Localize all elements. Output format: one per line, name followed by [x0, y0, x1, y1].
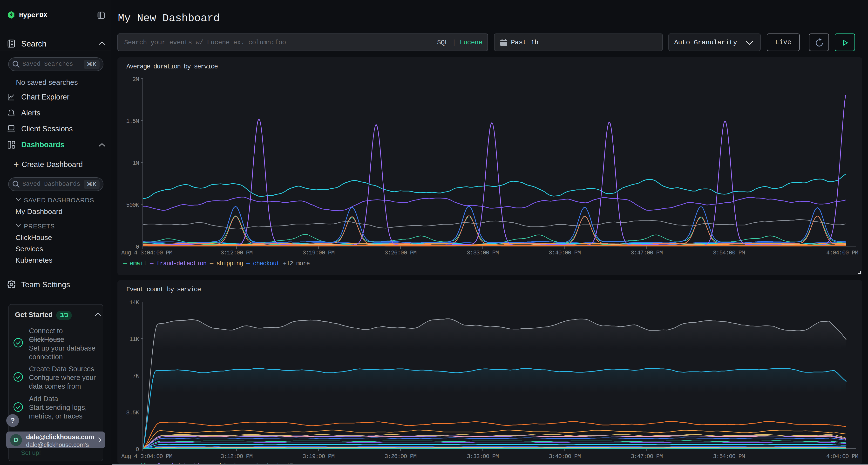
svg-text:Aug 4 3:04:00 PM: Aug 4 3:04:00 PM — [121, 453, 172, 460]
svg-text:3:47:00 PM: 3:47:00 PM — [631, 250, 662, 256]
svg-text:3:47:00 PM: 3:47:00 PM — [631, 453, 662, 460]
svg-text:3:12:00 PM: 3:12:00 PM — [221, 250, 252, 256]
svg-text:0: 0 — [136, 244, 139, 250]
svg-text:3:54:00 PM: 3:54:00 PM — [713, 250, 745, 256]
svg-text:3:33:00 PM: 3:33:00 PM — [467, 453, 499, 460]
svg-text:3:12:00 PM: 3:12:00 PM — [221, 453, 252, 460]
svg-text:3:19:00 PM: 3:19:00 PM — [303, 250, 334, 256]
svg-text:1.5M: 1.5M — [126, 118, 139, 125]
svg-text:3:19:00 PM: 3:19:00 PM — [303, 453, 334, 460]
svg-text:3:26:00 PM: 3:26:00 PM — [384, 453, 416, 460]
svg-text:3:33:00 PM: 3:33:00 PM — [467, 250, 499, 256]
svg-text:500K: 500K — [126, 202, 140, 208]
svg-text:Aug 4 3:04:00 PM: Aug 4 3:04:00 PM — [121, 250, 172, 256]
svg-text:11K: 11K — [129, 336, 139, 343]
svg-text:3:40:00 PM: 3:40:00 PM — [549, 453, 581, 460]
svg-text:14K: 14K — [129, 299, 139, 306]
svg-text:7K: 7K — [133, 373, 140, 379]
svg-text:3:40:00 PM: 3:40:00 PM — [549, 250, 581, 256]
svg-text:1M: 1M — [133, 160, 139, 166]
svg-text:3:54:00 PM: 3:54:00 PM — [713, 453, 745, 460]
svg-text:3.5K: 3.5K — [126, 409, 140, 416]
svg-text:3:26:00 PM: 3:26:00 PM — [384, 250, 416, 256]
svg-text:4:04:00 PM: 4:04:00 PM — [826, 453, 858, 460]
svg-text:4:04:00 PM: 4:04:00 PM — [826, 250, 858, 256]
svg-text:2M: 2M — [133, 76, 139, 82]
svg-text:0: 0 — [136, 446, 139, 453]
